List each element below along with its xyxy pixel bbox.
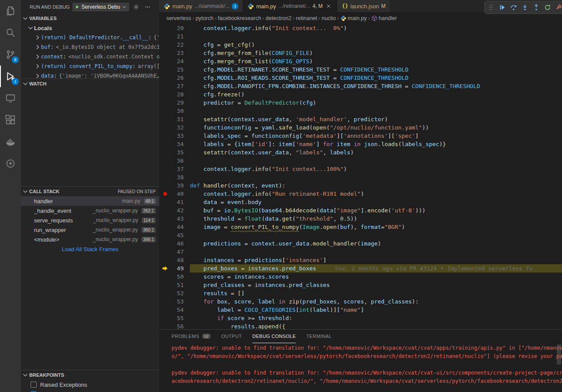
glyph-margin[interactable]	[159, 107, 171, 115]
code-line-45[interactable]: 45	[159, 231, 562, 239]
activity-item-extensions[interactable]	[0, 109, 21, 131]
activity-item-docker[interactable]	[0, 131, 21, 153]
code-line-46[interactable]: 46 predictions = context.user_data.model…	[159, 239, 562, 248]
breadcrumb-item-serverless[interactable]: serverless	[166, 15, 191, 21]
stack-frame[interactable]: serve_requests_nuclio_wrapper.py114:1	[21, 215, 159, 225]
glyph-margin[interactable]	[159, 289, 171, 297]
breakpoint-icon[interactable]	[159, 190, 171, 198]
code-line-44[interactable]: 44 image = convert_PIL_to_numpy(Image.op…	[159, 223, 562, 231]
code-line-43[interactable]: 43 threshold = float(data.get("threshold…	[159, 215, 562, 223]
code-line-36[interactable]: 36	[159, 157, 562, 165]
code-line-21[interactable]: 21	[159, 32, 562, 41]
code-line-32[interactable]: 32 functionconfig = yaml.safe_load(open(…	[159, 123, 562, 132]
glyph-margin[interactable]	[159, 157, 171, 165]
glyph-margin[interactable]	[159, 132, 171, 140]
glyph-margin[interactable]	[159, 32, 171, 41]
breadcrumb-item-handler[interactable]: handler	[371, 15, 397, 21]
glyph-margin[interactable]	[159, 74, 171, 82]
variable-row[interactable]: buf:<_io.BytesIO object at 0x7f5a2dc1ecc…	[21, 42, 159, 52]
code-line-54[interactable]: 54 label = COCO_CATEGORIES[int(label)]["…	[159, 306, 562, 314]
gear-icon[interactable]	[132, 3, 140, 11]
glyph-margin[interactable]	[159, 231, 171, 239]
glyph-margin[interactable]	[159, 123, 171, 132]
activity-item-target[interactable]	[0, 153, 21, 174]
glyph-margin[interactable]	[159, 281, 171, 289]
debug-config-dropdown[interactable]: Serverless Debu	[72, 3, 130, 11]
glyph-margin[interactable]	[159, 24, 171, 32]
more-actions-icon[interactable]	[143, 3, 152, 11]
breadcrumb-item-retinanet[interactable]: retinanet	[296, 15, 317, 21]
variable-row[interactable]: (return) convert_PIL_to_numpy:array([[[ …	[21, 61, 159, 71]
activity-item-explorer[interactable]	[0, 0, 21, 22]
code-line-31[interactable]: 31 setattr(context.user_data, 'model_han…	[159, 115, 562, 123]
load-all-stack-frames-link[interactable]: Load All Stack Frames	[21, 244, 159, 254]
stack-frame[interactable]: run_wrapper_nuclio_wrapper.py360:1	[21, 225, 159, 235]
code-line-40[interactable]: 40 context.logger.info("Run retinanet-R1…	[159, 190, 562, 198]
panel-tab-problems[interactable]: PROBLEMS12	[171, 330, 211, 343]
glyph-margin[interactable]	[159, 140, 171, 148]
glyph-margin[interactable]	[159, 223, 171, 231]
breadcrumb-item-main-py[interactable]: main.py	[340, 15, 367, 21]
disconnect-button[interactable]	[554, 2, 562, 13]
glyph-margin[interactable]	[159, 248, 171, 256]
variable-row[interactable]: data:{'image': 'iVBORw0KGgoAAAANSUhE…	[21, 71, 159, 78]
breadcrumb-item-facebookresearch[interactable]: facebookresearch	[218, 15, 261, 21]
glyph-margin[interactable]	[159, 173, 171, 181]
code-line-47[interactable]: 47	[159, 248, 562, 256]
glyph-margin[interactable]	[159, 82, 171, 90]
variable-row[interactable]: (return) DefaultPredictor.__call__:{'ins…	[21, 33, 159, 42]
glyph-margin[interactable]	[159, 49, 171, 57]
continue-button[interactable]	[497, 2, 507, 13]
glyph-margin[interactable]	[159, 148, 171, 157]
glyph-margin[interactable]	[159, 239, 171, 248]
close-icon[interactable]	[325, 2, 332, 10]
stack-frame[interactable]: _handle_event_nuclio_wrapper.py262:1	[21, 206, 159, 215]
code-line-30[interactable]: 30	[159, 107, 562, 115]
breakpoint-row[interactable]: Raised Exceptions	[21, 380, 159, 389]
code-line-38[interactable]: 38	[159, 173, 562, 181]
glyph-margin[interactable]	[159, 198, 171, 206]
scrollbar-thumb[interactable]	[557, 344, 561, 365]
glyph-margin[interactable]	[159, 297, 171, 306]
variable-row[interactable]: context:<nuclio_sdk.context.Context obje…	[21, 52, 159, 61]
code-line-20[interactable]: 20 context.logger.info("Init context... …	[159, 24, 562, 32]
breadcrumb-item-pytorch[interactable]: pytorch	[195, 15, 213, 21]
code-line-27[interactable]: 27 cfg.MODEL.PANOPTIC_FPN.COMBINE.INSTAN…	[159, 82, 562, 90]
watch-pane-header[interactable]: WATCH	[21, 79, 159, 89]
editor-tab-main-py[interactable]: main.py.../retinanet/...4, M	[243, 0, 337, 12]
activity-item-run-and-debug[interactable]: 1	[0, 65, 21, 87]
glyph-margin[interactable]	[159, 41, 171, 49]
glyph-margin[interactable]	[159, 181, 171, 190]
code-line-24[interactable]: 24 cfg.merge_from_list(CONFIG_OPTS)	[159, 57, 562, 65]
activity-item-source-control[interactable]: 8	[0, 44, 21, 65]
stack-frame[interactable]: <module>_nuclio_wrapper.py366:1	[21, 235, 159, 244]
breadcrumb-item-nuclio[interactable]: nuclio	[322, 15, 336, 21]
editor-tab-launch-json[interactable]: {}launch.jsonM	[337, 0, 390, 12]
code-line-35[interactable]: 35 setattr(context.user_data, "labels", …	[159, 148, 562, 157]
glyph-margin[interactable]	[159, 322, 171, 329]
step-into-button[interactable]	[520, 2, 530, 13]
panel-tab-debug-console[interactable]: DEBUG CONSOLE	[252, 330, 296, 343]
code-line-28[interactable]: 28 cfg.freeze()	[159, 90, 562, 99]
glyph-margin[interactable]	[159, 306, 171, 314]
glyph-margin[interactable]	[159, 206, 171, 215]
editor-tab-main-py[interactable]: main.py.../siammask/...1	[159, 0, 243, 12]
breakpoints-pane-header[interactable]: BREAKPOINTS	[21, 370, 159, 380]
glyph-margin[interactable]	[159, 99, 171, 107]
call-stack-pane-header[interactable]: CALL STACK PAUSED ON STEP	[21, 187, 159, 196]
glyph-margin[interactable]	[159, 65, 171, 74]
step-over-button[interactable]	[508, 2, 519, 13]
glyph-margin[interactable]	[159, 256, 171, 264]
code-line-22[interactable]: 22 cfg = get_cfg()	[159, 41, 562, 49]
code-line-34[interactable]: 34 labels = {item['id']: item['name'] fo…	[159, 140, 562, 148]
variables-pane-header[interactable]: VARIABLES	[21, 14, 159, 23]
activity-item-search[interactable]	[0, 22, 21, 44]
code-line-53[interactable]: 53 for box, score, label in zip(pred_box…	[159, 297, 562, 306]
code-line-41[interactable]: 41 data = event.body	[159, 198, 562, 206]
current-line-arrow-icon[interactable]	[159, 264, 171, 273]
panel-tab-output[interactable]: OUTPUT	[221, 330, 242, 343]
code-line-37[interactable]: 37 context.logger.info("Init context...1…	[159, 165, 562, 173]
code-line-50[interactable]: 50 scores = instances.scores	[159, 273, 562, 281]
code-line-51[interactable]: 51 pred_classes = instances.pred_classes	[159, 281, 562, 289]
variables-scope-locals[interactable]: Locals	[21, 23, 159, 33]
